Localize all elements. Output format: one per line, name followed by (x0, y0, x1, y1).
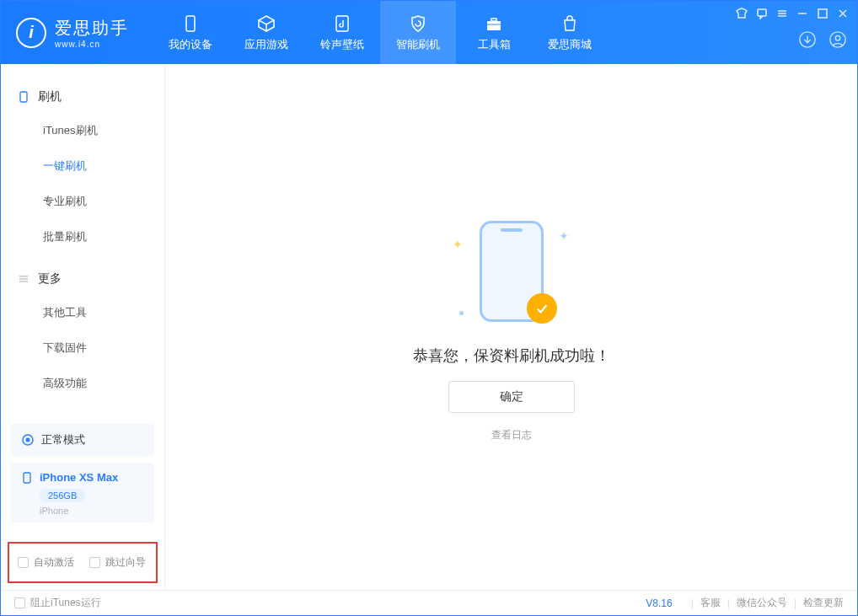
separator: | (691, 597, 694, 609)
dot-icon (459, 311, 464, 315)
view-log-link[interactable]: 查看日志 (491, 428, 532, 442)
device-name-text: iPhone XS Max (40, 471, 118, 484)
main-content: ✦ ✦ 恭喜您，保资料刷机成功啦！ 确定 查看日志 (165, 64, 857, 590)
sidebar-item-other-tools[interactable]: 其他工具 (1, 295, 164, 330)
checkbox-icon (89, 557, 100, 568)
device-icon (21, 472, 33, 484)
mode-label: 正常模式 (41, 432, 85, 447)
section-title-text: 刷机 (38, 89, 62, 104)
sidebar-item-pro-flash[interactable]: 专业刷机 (1, 184, 164, 219)
mode-box[interactable]: 正常模式 (11, 424, 154, 456)
sidebar-item-batch-flash[interactable]: 批量刷机 (1, 219, 164, 254)
section-title-text: 更多 (38, 271, 62, 287)
sidebar-item-advanced[interactable]: 高级功能 (1, 366, 164, 401)
app-url: www.i4.cn (55, 40, 129, 49)
svg-point-21 (26, 438, 30, 442)
minimize-icon[interactable] (796, 8, 808, 19)
download-icon[interactable] (798, 30, 817, 49)
sidebar: 刷机 iTunes刷机 一键刷机 专业刷机 批量刷机 更多 其他工具 下载固件 … (1, 64, 165, 590)
nav-tabs: 我的设备 应用游戏 铃声壁纸 智能刷机 工具箱 爱思商城 (153, 1, 608, 64)
user-icon[interactable] (829, 30, 847, 49)
svg-rect-3 (491, 19, 496, 21)
svg-rect-16 (20, 92, 27, 102)
link-customer-service[interactable]: 客服 (700, 596, 721, 610)
checkbox-label: 跳过向导 (105, 555, 146, 570)
statusbar: 阻止iTunes运行 V8.16 | 客服 | 微信公众号 | 检查更新 (1, 590, 857, 615)
separator: | (727, 597, 730, 609)
shopping-bag-icon (560, 13, 580, 34)
toolbox-icon (484, 13, 504, 34)
tab-label: 工具箱 (478, 37, 511, 52)
link-check-update[interactable]: 检查更新 (803, 596, 844, 610)
section-more: 更多 (1, 263, 164, 295)
shield-refresh-icon (408, 13, 428, 34)
sidebar-item-oneclick-flash[interactable]: 一键刷机 (1, 148, 164, 184)
cube-icon (256, 13, 276, 34)
options-highlight-box: 自动激活 跳过向导 (8, 542, 158, 583)
svg-point-7 (835, 35, 840, 40)
mode-icon (21, 433, 35, 447)
device-type: iPhone (40, 506, 144, 516)
header-actions (798, 30, 847, 49)
checkbox-label: 自动激活 (34, 555, 74, 570)
tab-my-device[interactable]: 我的设备 (153, 1, 228, 64)
success-message: 恭喜您，保资料刷机成功啦！ (413, 345, 610, 366)
maximize-icon[interactable] (817, 8, 829, 19)
phone-icon (180, 13, 201, 34)
sidebar-item-download-firmware[interactable]: 下载固件 (1, 330, 164, 366)
tab-label: 智能刷机 (396, 37, 440, 52)
version-label: V8.16 (646, 597, 672, 609)
close-icon[interactable] (837, 8, 849, 19)
svg-rect-0 (186, 16, 195, 31)
sparkle-icon: ✦ (559, 229, 569, 243)
checkbox-auto-activate[interactable]: 自动激活 (18, 555, 74, 570)
checkbox-block-itunes[interactable]: 阻止iTunes运行 (14, 596, 101, 610)
svg-rect-8 (758, 9, 766, 16)
tab-store[interactable]: 爱思商城 (532, 1, 608, 64)
check-badge-icon (527, 293, 557, 324)
tab-toolbox[interactable]: 工具箱 (456, 1, 532, 64)
link-wechat[interactable]: 微信公众号 (737, 596, 787, 610)
body: 刷机 iTunes刷机 一键刷机 专业刷机 批量刷机 更多 其他工具 下载固件 … (1, 64, 857, 590)
checkbox-skip-guide[interactable]: 跳过向导 (89, 555, 146, 570)
svg-rect-2 (487, 21, 501, 30)
device-box[interactable]: iPhone XS Max 256GB iPhone (11, 463, 154, 522)
svg-point-6 (830, 32, 845, 47)
checkbox-label: 阻止iTunes运行 (30, 596, 101, 610)
logo-area: i 爱思助手 www.i4.cn (1, 17, 144, 49)
app-logo-icon: i (16, 18, 46, 48)
success-illustration: ✦ ✦ (444, 212, 579, 330)
sparkle-icon: ✦ (453, 238, 463, 251)
window-controls (736, 8, 849, 19)
device-panel: 正常模式 iPhone XS Max 256GB iPhone (11, 424, 154, 522)
tab-label: 我的设备 (169, 37, 212, 52)
svg-rect-22 (24, 473, 30, 483)
music-file-icon (332, 13, 352, 34)
tab-label: 应用游戏 (244, 37, 288, 52)
tab-label: 爱思商城 (548, 37, 592, 52)
feedback-icon[interactable] (756, 8, 768, 19)
list-icon (18, 273, 29, 285)
checkbox-icon (14, 597, 25, 608)
svg-rect-1 (336, 16, 348, 31)
storage-badge: 256GB (40, 489, 85, 502)
menu-icon[interactable] (776, 8, 788, 19)
skin-icon[interactable] (736, 8, 748, 19)
tab-ringtone-wallpaper[interactable]: 铃声壁纸 (304, 1, 380, 64)
app-name: 爱思助手 (55, 17, 129, 40)
svg-rect-13 (818, 9, 827, 18)
device-small-icon (18, 91, 29, 103)
tab-label: 铃声壁纸 (320, 37, 364, 52)
header: i 爱思助手 www.i4.cn 我的设备 应用游戏 铃声壁纸 智能刷机 工具箱 (1, 1, 857, 64)
tab-smart-flash[interactable]: 智能刷机 (380, 1, 456, 64)
separator: | (794, 597, 796, 609)
confirm-button[interactable]: 确定 (448, 381, 575, 413)
section-flash: 刷机 (1, 81, 164, 113)
checkbox-icon (18, 557, 29, 568)
tab-apps-games[interactable]: 应用游戏 (228, 1, 304, 64)
sidebar-item-itunes-flash[interactable]: iTunes刷机 (1, 113, 164, 148)
